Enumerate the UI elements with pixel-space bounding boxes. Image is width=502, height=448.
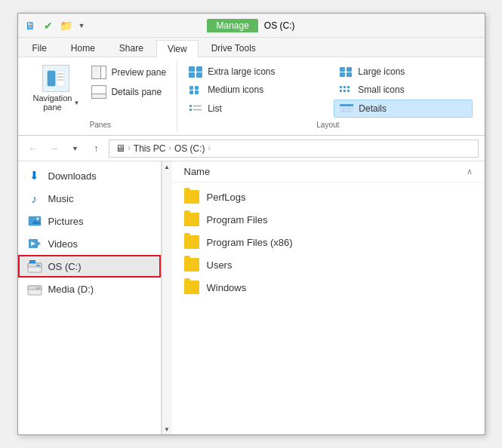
panes-top: Navigationpane ▼ Preview pane <box>30 63 171 121</box>
back-button[interactable]: ← <box>24 140 42 158</box>
sidebar-music-label: Music <box>48 193 74 204</box>
svg-rect-17 <box>340 86 342 88</box>
large-icon <box>338 65 353 78</box>
main-content: ⬇ Downloads ♪ Music <box>18 161 485 434</box>
svg-rect-23 <box>189 105 192 107</box>
svg-rect-1 <box>57 71 64 86</box>
medium-icon <box>188 83 203 97</box>
extra-large-icon <box>188 65 203 78</box>
sidebar-pictures-label: Pictures <box>48 216 84 227</box>
folder-icon-windows <box>184 281 199 294</box>
file-column-name[interactable]: Name <box>184 166 467 177</box>
svg-rect-14 <box>195 86 199 90</box>
tab-share[interactable]: Share <box>108 39 155 57</box>
preview-pane-svg <box>91 66 106 79</box>
tab-view[interactable]: View <box>156 40 199 57</box>
path-this-pc[interactable]: This PC <box>134 143 166 154</box>
details-button[interactable]: Details <box>334 100 472 118</box>
extra-large-svg <box>188 66 203 78</box>
sidebar-item-videos[interactable]: Videos <box>18 232 161 255</box>
file-name-users: Users <box>207 259 233 271</box>
window-title: OS (C:) <box>264 20 295 31</box>
recent-locations-button[interactable]: ▼ <box>66 140 85 158</box>
svg-rect-19 <box>347 86 350 88</box>
file-item-perflogs[interactable]: PerfLogs <box>172 186 485 208</box>
sidebar-wrapper: ⬇ Downloads ♪ Music <box>18 161 172 434</box>
explorer-window: 🖥 ✔ 📁 ▼ Manage OS (C:) File Home Share V… <box>17 13 485 435</box>
large-svg <box>338 66 353 78</box>
small-icons-button[interactable]: Small icons <box>334 81 472 98</box>
folder-icon-program-files-x86 <box>184 235 199 249</box>
pane-buttons: Preview pane Details pane <box>87 63 171 101</box>
file-header: Name ∧ <box>172 161 485 183</box>
sidebar-media-d-label: Media (D:) <box>48 284 94 295</box>
svg-rect-15 <box>189 91 193 94</box>
pictures-icon <box>27 213 42 229</box>
tab-drive-tools[interactable]: Drive Tools <box>200 39 267 57</box>
extra-large-label: Extra large icons <box>208 66 275 77</box>
layout-group-label: Layout <box>183 121 472 129</box>
layout-items: Extra large icons Large icons <box>183 63 472 118</box>
panes-group-label: Panes <box>30 121 171 129</box>
navigation-pane-button[interactable]: Navigationpane ▼ <box>30 63 83 113</box>
sidebar-scrollbar[interactable]: ▲ ▼ <box>162 161 172 434</box>
small-label: Small icons <box>358 84 404 95</box>
manage-badge[interactable]: Manage <box>207 19 257 32</box>
file-item-program-files[interactable]: Program Files <box>172 208 485 231</box>
address-path[interactable]: 🖥 › This PC › OS (C:) › <box>109 140 479 158</box>
sidebar-item-pictures[interactable]: Pictures <box>18 210 161 232</box>
path-os-c[interactable]: OS (C:) <box>174 143 205 154</box>
svg-rect-18 <box>343 86 346 88</box>
quick-access-dropdown[interactable]: ▼ <box>79 22 85 29</box>
file-name-program-files-x86: Program Files (x86) <box>207 237 293 248</box>
preview-pane-button[interactable]: Preview pane <box>87 63 171 81</box>
svg-marker-37 <box>38 241 41 246</box>
path-separator-1: › <box>128 144 131 152</box>
list-svg <box>188 103 203 115</box>
svg-rect-25 <box>189 109 192 111</box>
os-c-drive-icon <box>27 259 42 274</box>
sidebar-os-c-label: OS (C:) <box>48 261 82 272</box>
folder-icon-perflogs <box>184 190 199 204</box>
medium-svg <box>188 84 203 96</box>
panes-group: Navigationpane ▼ Preview pane <box>24 60 178 132</box>
sidebar-item-music[interactable]: ♪ Music <box>18 187 161 210</box>
scroll-up-arrow[interactable]: ▲ <box>162 161 172 172</box>
nav-pane-dropdown-arrow[interactable]: ▼ <box>73 100 79 106</box>
list-button[interactable]: List <box>183 100 322 118</box>
sidebar-videos-label: Videos <box>48 238 79 250</box>
svg-point-35 <box>36 218 38 220</box>
scroll-down-arrow[interactable]: ▼ <box>162 424 172 434</box>
large-icons-button[interactable]: Large icons <box>334 63 472 80</box>
title-bar-title: Manage OS (C:) <box>207 19 294 32</box>
file-name-windows: Windows <box>207 282 247 293</box>
file-item-windows[interactable]: Windows <box>172 276 485 299</box>
details-pane-button[interactable]: Details pane <box>87 83 171 101</box>
extra-large-icons-button[interactable]: Extra large icons <box>183 63 322 80</box>
details-label: Details <box>359 103 387 114</box>
checkmark-icon: ✔ <box>41 18 56 33</box>
medium-label: Medium icons <box>208 84 263 95</box>
file-item-users[interactable]: Users <box>172 253 485 276</box>
sidebar-downloads-label: Downloads <box>48 170 97 182</box>
svg-rect-13 <box>189 86 193 90</box>
up-button[interactable]: ↑ <box>88 140 106 158</box>
forward-button[interactable]: → <box>45 140 63 158</box>
music-icon: ♪ <box>27 191 42 206</box>
medium-icons-button[interactable]: Medium icons <box>183 81 322 98</box>
file-name-perflogs: PerfLogs <box>207 192 246 203</box>
svg-rect-27 <box>340 104 353 106</box>
file-item-program-files-x86[interactable]: Program Files (x86) <box>172 231 485 253</box>
nav-pane-label-row: Navigationpane ▼ <box>33 94 80 112</box>
svg-rect-5 <box>189 66 195 72</box>
small-svg <box>338 84 353 96</box>
sidebar-item-media-d[interactable]: Media (D:) <box>18 278 161 300</box>
tab-file[interactable]: File <box>21 39 58 57</box>
svg-rect-7 <box>189 72 195 78</box>
sidebar-item-downloads[interactable]: ⬇ Downloads <box>18 164 161 187</box>
file-sort-indicator[interactable]: ∧ <box>467 167 473 176</box>
sidebar-item-os-c[interactable]: OS (C:) <box>18 255 161 278</box>
tab-home[interactable]: Home <box>60 39 106 57</box>
folder-icon-users <box>184 258 199 272</box>
file-area: Name ∧ PerfLogs Program Files Program Fi… <box>172 161 485 434</box>
